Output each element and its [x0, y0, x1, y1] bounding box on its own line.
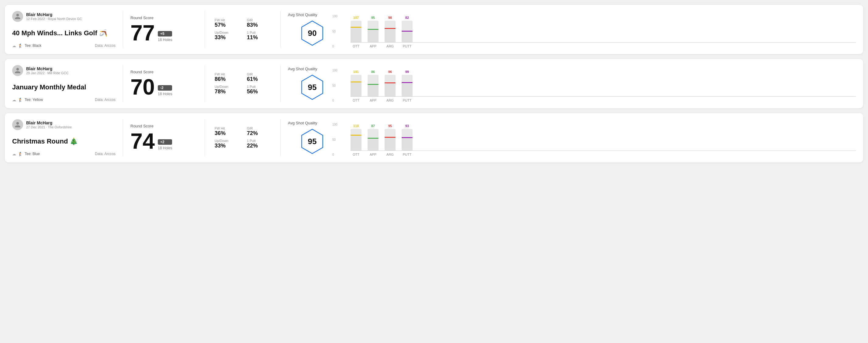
stat-gir: GIR72%: [247, 126, 273, 136]
bar-value: 86: [371, 70, 375, 73]
stat-value-fw-hit: 86%: [215, 76, 241, 83]
divider-2: [205, 65, 205, 102]
bar-fill: [350, 136, 362, 151]
chart-y-axis: 100500: [332, 14, 338, 48]
stat-value-gir: 61%: [247, 76, 273, 83]
round-title: January Monthly Medal: [12, 83, 116, 91]
stat-value-oneputt: 11%: [247, 34, 273, 41]
tee-label: Tee: Blue: [25, 152, 40, 156]
stats-grid: FW Hit36%GIR72%Up/Down33%1 Putt22%: [215, 126, 273, 149]
score-row: 74+218 Holes: [130, 130, 197, 152]
bar-line: [384, 83, 396, 83]
divider-3: [280, 119, 281, 156]
bar-group-putt: 82PUTT: [402, 16, 412, 48]
y-label: 50: [332, 138, 338, 142]
card-score-section: Round Score74+218 Holes: [130, 119, 197, 156]
stats-grid: FW Hit57%GIR83%Up/Down33%1 Putt11%: [215, 18, 273, 41]
avatar: [12, 11, 23, 22]
data-source: Data: Arccos: [95, 98, 116, 102]
score-number: 74: [130, 130, 155, 152]
bar-wrapper: [402, 75, 412, 97]
card-chart: 100500107OTT95APP98ARG82PUTT: [337, 11, 856, 48]
stat-updown: Up/Down33%: [215, 31, 241, 41]
bar-label: APP: [370, 153, 376, 156]
chart-y-axis: 100500: [332, 69, 338, 102]
chart-baseline: [350, 151, 856, 151]
stat-updown: Up/Down78%: [215, 85, 241, 95]
bar-fill: [402, 83, 412, 97]
card-stats: FW Hit57%GIR83%Up/Down33%1 Putt11%: [212, 11, 273, 48]
user-info: Blair McHarg27 Dec 2021 · The Oxfordshir…: [12, 119, 116, 130]
bar-line: [368, 29, 378, 30]
bar-fill: [384, 138, 396, 151]
card-footer: ☁ 🏌 Tee: Yellow Data: Arccos: [12, 98, 116, 102]
card-score-section: Round Score70-218 Holes: [130, 65, 197, 102]
chart-baseline: [350, 42, 856, 42]
stat-label-gir: GIR: [247, 18, 273, 22]
bar-group-arg: 95ARG: [384, 124, 396, 156]
bar-label: PUTT: [403, 153, 412, 156]
card-left-round2: Blair McHarg29 Jan 2022 · Mill Ride GCCJ…: [12, 65, 116, 102]
avatar: [12, 119, 23, 130]
holes-label: 18 Holes: [158, 146, 172, 150]
stat-label-fw-hit: FW Hit: [215, 126, 241, 130]
bar-value: 99: [405, 70, 409, 73]
divider-3: [280, 65, 281, 102]
bar-value: 93: [405, 124, 409, 128]
stat-label-fw-hit: FW Hit: [215, 18, 241, 22]
bar-line: [350, 82, 362, 83]
bar-group-arg: 98ARG: [384, 16, 396, 48]
bar-label: PUTT: [403, 44, 412, 48]
card-quality: Avg Shot Quality 90: [288, 11, 337, 48]
person-icon: [14, 121, 21, 128]
bar-fill: [368, 30, 378, 42]
bar-group-app: 87APP: [368, 124, 378, 156]
holes-label: 18 Holes: [158, 38, 172, 42]
card-chart: 100500101OTT86APP96ARG99PUTT: [337, 65, 856, 102]
bar-group-ott: 101OTT: [350, 70, 362, 102]
bar-label: APP: [370, 44, 376, 48]
y-label: 50: [332, 84, 338, 87]
bar-wrapper: [402, 21, 412, 42]
person-icon: [14, 13, 21, 20]
bag-icon: 🏌: [18, 98, 23, 102]
bar-wrapper: [368, 21, 378, 42]
weather-icon: ☁: [12, 98, 16, 102]
bar-group-app: 95APP: [368, 16, 378, 48]
stat-fw-hit: FW Hit36%: [215, 126, 241, 136]
bar-value: 95: [388, 124, 392, 128]
bar-fill: [368, 139, 378, 151]
stat-label-updown: Up/Down: [215, 139, 241, 143]
bar-group-app: 86APP: [368, 70, 378, 102]
bar-value: 110: [353, 124, 359, 128]
bar-wrapper: [384, 129, 396, 151]
stat-label-updown: Up/Down: [215, 85, 241, 89]
bar-group-ott: 107OTT: [350, 16, 362, 48]
user-text: Blair McHarg27 Dec 2021 · The Oxfordshir…: [26, 120, 72, 129]
stat-gir: GIR83%: [247, 18, 273, 28]
bar-line: [368, 84, 378, 85]
bar-group-arg: 96ARG: [384, 70, 396, 102]
score-number: 70: [130, 76, 155, 98]
bar-fill: [350, 83, 362, 97]
card-stats: FW Hit86%GIR61%Up/Down78%1 Putt56%: [212, 65, 273, 102]
round-card-round1: Blair McHarg12 Feb 2022 · Royal North De…: [5, 5, 863, 54]
bar-fill: [368, 85, 378, 97]
round-score-label: Round Score: [130, 124, 197, 128]
bag-icon: 🏌: [18, 152, 23, 156]
bar-label: ARG: [386, 44, 394, 48]
round-title: 40 Mph Winds... Links Golf 🪃: [12, 29, 116, 37]
y-label: 0: [332, 99, 338, 102]
card-footer: ☁ 🏌 Tee: Black Data: Arccos: [12, 43, 116, 48]
stat-updown: Up/Down33%: [215, 139, 241, 149]
badge-holes: -218 Holes: [158, 85, 172, 96]
y-label: 100: [332, 14, 338, 18]
tee-info: ☁ 🏌 Tee: Black: [12, 43, 41, 48]
quality-score: 95: [308, 136, 317, 146]
chart-area: 101OTT86APP96ARG99PUTT: [350, 69, 856, 102]
bar-value: 95: [371, 16, 375, 20]
bar-label: APP: [370, 98, 376, 102]
bar-label: OTT: [353, 98, 359, 102]
bar-line: [402, 31, 412, 32]
bar-wrapper: [350, 21, 362, 42]
